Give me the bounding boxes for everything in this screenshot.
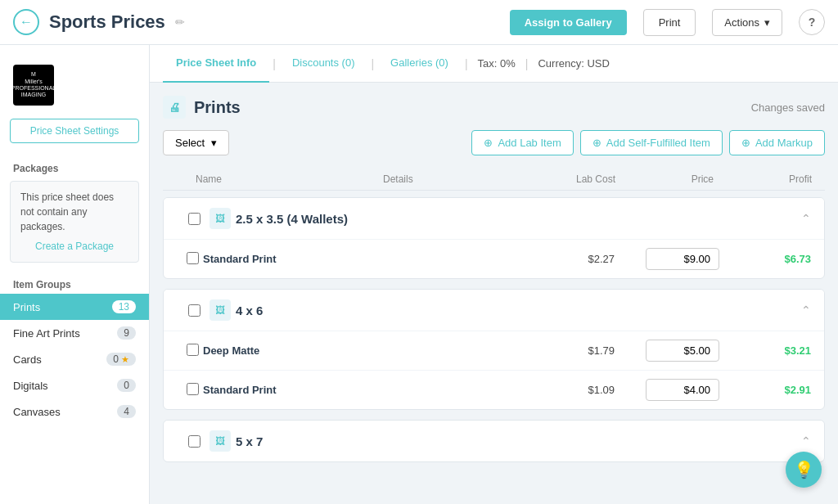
sidebar: MMiller'sPROFESSIONALIMAGING Price Sheet… [0, 45, 150, 504]
select-button[interactable]: Select ▾ [163, 130, 229, 155]
canvases-count: 4 [117, 405, 136, 418]
lab-cost: $1.79 [529, 344, 628, 357]
group-header-5x7[interactable]: 🖼 5 x 7 ⌃ [164, 421, 824, 461]
changes-saved: Changes saved [751, 101, 825, 114]
lightbulb-icon: 💡 [794, 460, 814, 479]
group-title-5x7: 5 x 7 [236, 434, 801, 448]
toolbar: Select ▾ ⊕ Add Lab Item ⊕ Add Self-Fulfi… [163, 130, 825, 155]
select-chevron-icon: ▾ [211, 137, 217, 149]
toolbar-right: ⊕ Add Lab Item ⊕ Add Self-Fulfilled Item… [471, 130, 825, 155]
price-cell [628, 379, 726, 401]
group-checkbox-5x7[interactable] [188, 435, 200, 448]
select-label: Select [175, 137, 205, 149]
col-name: Name [196, 173, 383, 185]
sidebar-item-prints[interactable]: Prints 13 [0, 294, 149, 320]
star-icon: ★ [121, 354, 129, 365]
content-header: 🖨 Prints Changes saved [163, 96, 825, 119]
add-lab-item-button[interactable]: ⊕ Add Lab Item [471, 130, 573, 155]
section-title: Prints [194, 98, 241, 117]
table-row: Standard Print $1.09 $2.91 [164, 370, 824, 409]
add-markup-label: Add Markup [755, 137, 813, 149]
logo-area: MMiller'sPROFESSIONALIMAGING [0, 58, 149, 119]
sidebar-item-cards[interactable]: Cards 0 ★ [0, 346, 149, 372]
edit-icon[interactable]: ✏ [175, 16, 185, 29]
help-label: ? [809, 16, 816, 29]
group-collapse-4x6[interactable]: ⌃ [801, 304, 811, 317]
sidebar-item-label: Prints [13, 301, 40, 313]
lightbulb-fab[interactable]: 💡 [786, 452, 822, 488]
logo-text: MMiller'sPROFESSIONALIMAGING [11, 71, 56, 99]
product-name: Standard Print [196, 384, 382, 396]
product-name: Deep Matte [196, 344, 382, 357]
profit: $6.73 [726, 253, 824, 265]
group-title-4x6: 4 x 6 [236, 304, 801, 317]
col-price: Price [628, 173, 727, 185]
add-self-fulfilled-button[interactable]: ⊕ Add Self-Fulfilled Item [580, 130, 723, 155]
back-icon: ← [20, 15, 33, 29]
page-title: Sports Prices [49, 11, 165, 33]
profit: $3.21 [726, 344, 824, 357]
digitals-count: 0 [117, 379, 136, 392]
actions-button[interactable]: Actions ▾ [712, 9, 782, 36]
packages-title: Packages [0, 156, 149, 178]
create-package-link[interactable]: Create a Package [20, 239, 128, 254]
add-markup-icon: ⊕ [741, 137, 750, 149]
group-checkbox-4x6[interactable] [188, 304, 200, 317]
product-group-4x6: 🖼 4 x 6 ⌃ Deep Matte $1.79 $3.21 St [163, 289, 825, 410]
print-section-icon: 🖨 [163, 96, 186, 119]
actions-label: Actions [724, 16, 759, 29]
content-title: 🖨 Prints [163, 96, 241, 119]
group-checkbox-wallets[interactable] [188, 213, 200, 225]
currency-info: Currency: USD [531, 57, 615, 70]
col-profit: Profit [727, 173, 825, 185]
price-sheet-settings-button[interactable]: Price Sheet Settings [10, 119, 139, 143]
col-lab-cost: Lab Cost [530, 173, 628, 185]
add-lab-icon: ⊕ [484, 137, 493, 149]
prints-count: 13 [112, 300, 136, 313]
sidebar-item-label: Cards [13, 353, 42, 366]
group-collapse-5x7[interactable]: ⌃ [801, 434, 811, 448]
price-input[interactable] [646, 340, 719, 362]
price-input[interactable] [646, 379, 719, 401]
assign-gallery-button[interactable]: Assign to Gallery [510, 10, 627, 35]
product-group-5x7: 🖼 5 x 7 ⌃ [163, 420, 825, 462]
lab-cost: $1.09 [529, 384, 628, 396]
fine-art-count: 9 [117, 326, 136, 340]
tabs-bar: Price Sheet Info | Discounts (0) | Galle… [150, 45, 838, 83]
tab-galleries[interactable]: Galleries (0) [377, 45, 462, 83]
sidebar-item-fine-art-prints[interactable]: Fine Art Prints 9 [0, 320, 149, 346]
price-input[interactable] [646, 248, 719, 270]
print-button[interactable]: Print [643, 9, 696, 36]
tab-price-sheet-info[interactable]: Price Sheet Info [163, 45, 269, 83]
cards-count: 0 ★ [106, 353, 136, 366]
app-header: ← Sports Prices ✏ Assign to Gallery Prin… [0, 0, 838, 45]
table-row: Deep Matte $1.79 $3.21 [164, 331, 824, 370]
content-area: 🖨 Prints Changes saved Select ▾ ⊕ Add La… [150, 83, 838, 475]
group-header-4x6[interactable]: 🖼 4 x 6 ⌃ [164, 290, 824, 331]
group-header-wallets[interactable]: 🖼 2.5 x 3.5 (4 Wallets) ⌃ [164, 198, 824, 239]
tab-discounts[interactable]: Discounts (0) [279, 45, 368, 83]
table-header: Name Details Lab Cost Price Profit [163, 169, 825, 191]
price-cell [628, 340, 726, 362]
main-content: Price Sheet Info | Discounts (0) | Galle… [150, 45, 838, 504]
help-button[interactable]: ? [799, 9, 825, 35]
lab-cost: $2.27 [529, 253, 628, 265]
table-row: Standard Print $2.27 $6.73 [164, 239, 824, 278]
tax-info: Tax: 0% [471, 57, 522, 70]
profit: $2.91 [726, 384, 824, 396]
product-group-wallets: 🖼 2.5 x 3.5 (4 Wallets) ⌃ Standard Print… [163, 197, 825, 279]
col-details: Details [383, 173, 530, 185]
main-layout: MMiller'sPROFESSIONALIMAGING Price Sheet… [0, 45, 838, 504]
back-button[interactable]: ← [13, 9, 39, 35]
add-markup-button[interactable]: ⊕ Add Markup [729, 130, 825, 155]
sidebar-item-digitals[interactable]: Digitals 0 [0, 372, 149, 398]
product-name: Standard Print [196, 253, 382, 265]
add-self-icon: ⊕ [592, 137, 601, 149]
tab-divider-1: | [269, 57, 279, 70]
tab-divider-2: | [367, 57, 377, 70]
group-title-wallets: 2.5 x 3.5 (4 Wallets) [236, 212, 801, 226]
group-icon-wallets: 🖼 [210, 208, 231, 229]
col-checkbox [163, 173, 196, 185]
group-collapse-wallets[interactable]: ⌃ [801, 212, 811, 225]
sidebar-item-canvases[interactable]: Canvases 4 [0, 398, 149, 425]
